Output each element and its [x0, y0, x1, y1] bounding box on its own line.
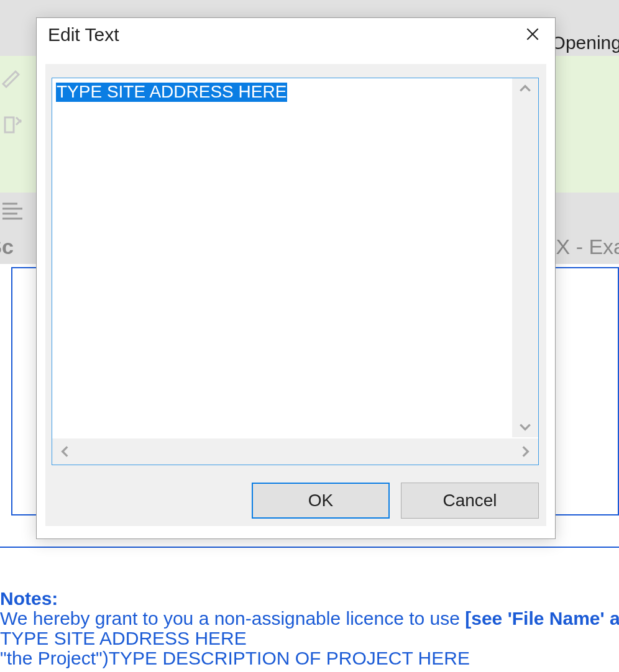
chevron-up-icon — [518, 82, 532, 96]
dialog-title: Edit Text — [48, 24, 119, 45]
close-button[interactable] — [510, 18, 555, 50]
bg-sub-left-fragment: h Sc — [0, 235, 14, 259]
edit-text-dialog: Edit Text TYPE SITE ADDRESS HERE — [36, 17, 556, 539]
text-editor[interactable]: TYPE SITE ADDRESS HERE — [53, 79, 511, 437]
bg-notes-block: Notes: We hereby grant to you a non-assi… — [0, 589, 619, 668]
bg-tab-right-fragment: Opening — [551, 32, 619, 53]
chevron-left-icon — [58, 445, 72, 458]
dialog-titlebar: Edit Text — [37, 18, 555, 50]
bg-ribbon-icons — [0, 65, 32, 189]
chevron-right-icon — [518, 445, 532, 458]
bg-align-icon — [0, 199, 25, 224]
notes-line1-bold: [see 'File Name' above] — [465, 608, 619, 629]
scroll-up-button[interactable] — [518, 82, 532, 96]
bg-divider — [0, 547, 619, 548]
notes-heading: Notes: — [0, 588, 58, 609]
scroll-left-button[interactable] — [58, 445, 72, 458]
scroll-down-button[interactable] — [518, 420, 532, 434]
text-editor-wrap: TYPE SITE ADDRESS HERE — [52, 78, 539, 465]
notes-line3-rest: TYPE DESCRIPTION OF PROJECT HERE — [109, 648, 470, 668]
notes-line2: TYPE SITE ADDRESS HERE — [0, 628, 247, 648]
text-editor-selection: TYPE SITE ADDRESS HERE — [56, 83, 287, 102]
vertical-scrollbar[interactable] — [512, 78, 538, 437]
notes-line3-prefix: "the Project") — [0, 648, 109, 668]
notes-line1-prefix: We hereby grant to you a non-assignable … — [0, 608, 465, 629]
dialog-client-area: TYPE SITE ADDRESS HERE OK C — [45, 64, 546, 526]
close-icon — [525, 26, 541, 42]
scroll-right-button[interactable] — [518, 445, 532, 458]
dialog-button-row: OK Cancel — [252, 483, 539, 520]
chevron-down-icon — [518, 420, 532, 434]
cancel-button[interactable]: Cancel — [401, 483, 539, 519]
ok-button[interactable]: OK — [252, 483, 390, 519]
horizontal-scrollbar[interactable] — [52, 438, 538, 465]
